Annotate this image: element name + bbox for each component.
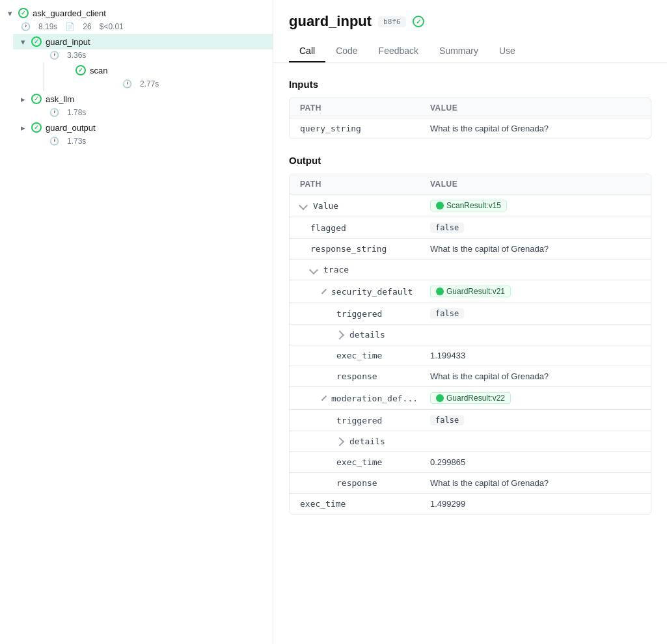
obj-icon-9 <box>436 394 444 402</box>
chevron-down-security <box>321 289 327 294</box>
sidebar: ▾ ask_guarded_client 🕐 8.19s 📄 26 $<0.01… <box>0 0 273 644</box>
output-value-7: 1.199433 <box>420 345 651 366</box>
output-value-11 <box>420 431 651 451</box>
status-icon-scan <box>75 65 86 75</box>
tree-item-guard-input: ▾ guard_input 🕐 3.36s scan 🕐 2.77s <box>0 34 273 91</box>
inputs-col-value: Value <box>420 98 651 118</box>
output-value-13: What is the capital of Grenada? <box>420 473 651 493</box>
output-path-9[interactable]: moderation_def... <box>290 387 420 409</box>
status-icon-root <box>18 8 29 18</box>
output-value-5: false <box>420 303 651 324</box>
root-meta: 🕐 8.19s 📄 26 $<0.01 <box>0 21 273 34</box>
guard-output-time-icon: 🕐 <box>49 137 59 146</box>
ask-llm-time-icon: 🕐 <box>49 108 59 117</box>
tree-row-guard-input[interactable]: ▾ guard_input <box>13 34 273 49</box>
tree-row-guard-output[interactable]: ▸ guard_output <box>13 120 273 135</box>
ask-llm-time: 1.78s <box>67 108 86 117</box>
chevron-right-details2 <box>335 436 344 446</box>
scan-time-icon: 🕐 <box>122 79 132 88</box>
output-row-14: exec_time 1.499299 <box>290 494 651 514</box>
badge-false-5: false <box>430 308 464 319</box>
chevron-right-details1 <box>335 330 344 339</box>
inputs-table-header: Path Value <box>290 98 651 118</box>
badge-false-10: false <box>430 415 464 425</box>
output-value-3 <box>420 260 651 280</box>
output-col-path: Path <box>290 174 420 194</box>
output-path-6[interactable]: details <box>290 325 420 345</box>
output-path-10: triggered <box>290 410 420 431</box>
output-table: Path Value Value ScanResult:v15 flag <box>289 174 651 515</box>
title-row: guard_input b8f6 <box>289 13 651 30</box>
output-row-10: triggered false <box>290 410 651 431</box>
output-row-11: details <box>290 431 651 452</box>
output-path-0[interactable]: Value <box>290 195 420 217</box>
guard-output-label: guard_output <box>46 123 96 133</box>
page-title: guard_input <box>289 13 372 30</box>
tree-item-scan: scan 🕐 2.77s <box>44 62 273 91</box>
root-steps: 26 <box>83 22 91 31</box>
inputs-table: Path Value query_string What is the capi… <box>289 98 651 139</box>
chevron-right-icon-output: ▸ <box>18 123 27 132</box>
tab-summary[interactable]: Summary <box>429 40 489 62</box>
inputs-row-0: query_string What is the capital of Gren… <box>290 118 651 139</box>
obj-icon-4 <box>436 288 444 295</box>
output-path-3[interactable]: trace <box>290 260 420 280</box>
output-row-7: exec_time 1.199433 <box>290 345 651 366</box>
tab-code[interactable]: Code <box>325 40 368 62</box>
chevron-down-moderation <box>321 396 327 401</box>
output-row-2: response_string What is the capital of G… <box>290 239 651 260</box>
tree-item-ask-llm: ▸ ask_llm 🕐 1.78s <box>0 91 273 120</box>
inputs-path-0: query_string <box>290 118 420 139</box>
content-area: Inputs Path Value query_string What is t… <box>273 63 667 546</box>
output-value-2: What is the capital of Grenada? <box>420 239 651 259</box>
tree-row-ask-llm[interactable]: ▸ ask_llm <box>13 91 273 107</box>
output-value-8: What is the capital of Grenada? <box>420 366 651 386</box>
guard-input-time-icon: 🕐 <box>49 51 59 60</box>
output-row-4: security_default GuardResult:v21 <box>290 280 651 303</box>
output-value-6 <box>420 325 651 345</box>
tree-row-root[interactable]: ▾ ask_guarded_client <box>0 5 273 21</box>
chevron-down-icon-guard: ▾ <box>18 37 27 46</box>
root-cost: $<0.01 <box>100 22 124 31</box>
output-path-1: flagged <box>290 217 420 238</box>
chevron-right-icon-llm: ▸ <box>18 94 27 103</box>
root-label: ask_guarded_client <box>33 8 106 18</box>
tab-use[interactable]: Use <box>489 40 526 62</box>
tab-feedback[interactable]: Feedback <box>368 40 429 62</box>
output-value-12: 0.299865 <box>420 452 651 472</box>
output-table-header: Path Value <box>290 174 651 195</box>
guard-output-meta: 🕐 1.73s <box>13 135 273 148</box>
guard-output-time: 1.73s <box>67 137 86 146</box>
output-value-14: 1.499299 <box>420 494 651 514</box>
output-value-0: ScanResult:v15 <box>420 195 651 217</box>
output-path-4[interactable]: security_default <box>290 280 420 302</box>
scan-time: 2.77s <box>140 79 159 88</box>
connector: scan 🕐 2.77s <box>44 62 273 91</box>
root-time: 8.19s <box>38 22 57 31</box>
tab-call[interactable]: Call <box>289 40 325 62</box>
tabs: Call Code Feedback Summary Use <box>289 40 651 62</box>
output-row-0: Value ScanResult:v15 <box>290 195 651 217</box>
output-path-12: exec_time <box>290 452 420 472</box>
output-path-11[interactable]: details <box>290 431 420 451</box>
scan-label: scan <box>90 66 107 75</box>
chevron-down-value <box>299 201 308 210</box>
output-row-9: moderation_def... GuardResult:v22 <box>290 387 651 410</box>
output-row-6: details <box>290 325 651 345</box>
output-path-8: response <box>290 366 420 386</box>
tree-row-scan[interactable]: scan <box>57 62 273 78</box>
output-path-13: response <box>290 473 420 493</box>
inputs-section-title: Inputs <box>289 79 651 90</box>
inputs-col-path: Path <box>290 98 420 118</box>
status-icon-guard-output <box>31 122 42 133</box>
output-value-10: false <box>420 410 651 431</box>
output-row-1: flagged false <box>290 217 651 239</box>
main-header: guard_input b8f6 Call Code Feedback Summ… <box>273 0 667 63</box>
chevron-down-trace <box>309 265 318 274</box>
output-path-7: exec_time <box>290 345 420 366</box>
guard-input-label: guard_input <box>46 37 90 47</box>
main-panel: guard_input b8f6 Call Code Feedback Summ… <box>273 0 667 644</box>
tree-item-root: ▾ ask_guarded_client 🕐 8.19s 📄 26 $<0.01 <box>0 5 273 34</box>
root-steps-icon: 📄 <box>65 22 75 31</box>
ask-llm-meta: 🕐 1.78s <box>13 107 273 120</box>
